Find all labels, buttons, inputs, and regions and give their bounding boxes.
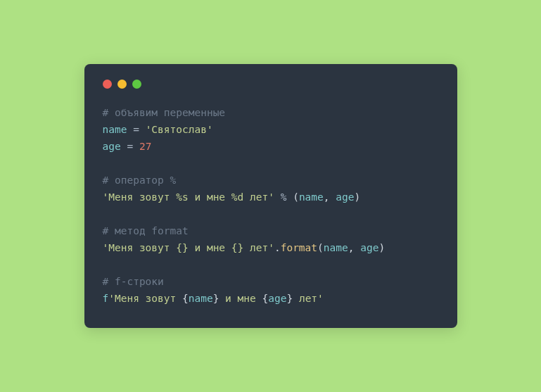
- number-literal: 27: [139, 141, 151, 152]
- maximize-icon[interactable]: [132, 80, 141, 89]
- operator: =: [121, 141, 139, 152]
- comment-line: # метод format: [103, 225, 189, 236]
- var-name: age: [103, 141, 121, 152]
- var-name: name: [103, 124, 127, 135]
- paren: ): [354, 191, 360, 203]
- string-literal: 'Святослав': [146, 124, 213, 135]
- var-ref: age: [360, 242, 378, 253]
- operator: =: [127, 124, 145, 135]
- string-literal: 'Меня зовут: [108, 293, 182, 304]
- dot: .: [274, 242, 281, 253]
- var-ref: name: [299, 191, 324, 203]
- fstring-prefix: f: [103, 293, 109, 304]
- string-literal: 'Меня зовут {} и мне {} лет': [103, 242, 274, 253]
- code-window: # объявим переменные name = 'Святослав' …: [84, 64, 457, 328]
- string-literal: лет': [293, 293, 324, 304]
- brace: }: [286, 293, 293, 304]
- string-literal: 'Меня зовут %s и мне %d лет': [103, 191, 274, 203]
- brace: {: [262, 293, 269, 304]
- paren: (: [317, 242, 324, 253]
- minimize-icon[interactable]: [117, 80, 127, 89]
- brace: {: [182, 293, 189, 304]
- comma: ,: [324, 191, 336, 203]
- var-ref: name: [189, 293, 213, 304]
- paren: (: [293, 191, 299, 203]
- comment-line: # f-строки: [103, 276, 164, 287]
- var-ref: name: [324, 242, 348, 253]
- operator: %: [274, 191, 293, 203]
- paren: ): [378, 242, 385, 253]
- comment-line: # оператор %: [103, 175, 177, 186]
- comma: ,: [348, 242, 360, 253]
- string-literal: и мне: [219, 293, 262, 304]
- var-ref: age: [336, 191, 354, 203]
- comment-line: # объявим переменные: [103, 107, 226, 118]
- window-titlebar: [103, 80, 439, 89]
- code-block: # объявим переменные name = 'Святослав' …: [103, 104, 439, 307]
- close-icon[interactable]: [103, 80, 112, 89]
- method-name: format: [281, 242, 317, 253]
- var-ref: age: [268, 293, 286, 304]
